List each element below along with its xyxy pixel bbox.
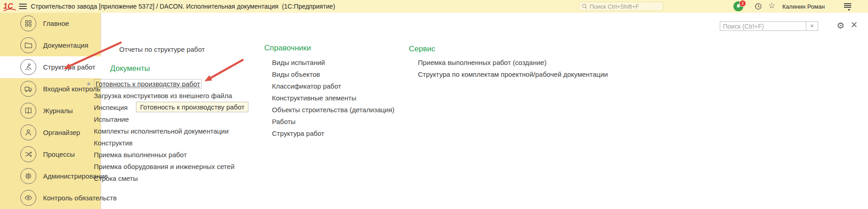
catalog-link-work-structure[interactable]: Структура работ — [272, 129, 325, 137]
notification-badge: 2 — [739, 0, 746, 7]
reports-by-work-structure-link[interactable]: Отчеты по структуре работ — [119, 45, 205, 53]
catalog-link-work-classifier[interactable]: Классификатор работ — [272, 82, 341, 90]
favorite-star-icon[interactable]: ★ — [86, 80, 92, 87]
folder-icon — [20, 37, 36, 53]
sidebar-item-label: Органайзер — [43, 129, 80, 136]
catalog-link-object-types[interactable]: Виды объектов — [272, 70, 320, 78]
list-item: Работы — [272, 115, 394, 127]
sidebar-item-label: Структура работ — [43, 63, 96, 71]
history-icon[interactable] — [754, 2, 763, 11]
list-item: Испытание — [86, 113, 234, 125]
tooltip: Готовность к производству работ — [136, 102, 248, 112]
list-item: Структура работ — [272, 127, 394, 139]
catalog-link-constructive-elements[interactable]: Конструктивные элементы — [272, 94, 356, 102]
sidebar-item-main[interactable]: Главное — [0, 13, 101, 35]
book-icon — [20, 103, 36, 119]
list-item: Виды объектов — [272, 68, 394, 80]
doc-link-equipment-acceptance[interactable]: Приемка оборудования и инженерных сетей — [86, 163, 234, 170]
search-icon — [582, 3, 588, 10]
section-header-service: Сервис — [409, 45, 435, 54]
shuffle-icon — [20, 146, 36, 162]
list-item: Виды испытаний — [272, 56, 394, 68]
sidebar-item-journals[interactable]: Журналы — [0, 100, 101, 122]
truck-icon — [20, 81, 36, 97]
catalog-link-test-types[interactable]: Виды испытаний — [272, 59, 325, 66]
service-link-structure-by-doc-sets[interactable]: Структура по комплектам проектной/рабоче… — [418, 70, 608, 78]
sidebar-item-incoming-control[interactable]: Входной контроль — [0, 78, 101, 100]
list-item: Строка сметы — [86, 172, 234, 184]
section-header-catalogs: Справочники — [264, 44, 311, 53]
list-item: Комплекты исполнительной документации — [86, 125, 234, 137]
1c-logo: 1С — [3, 1, 19, 11]
global-search[interactable] — [579, 2, 663, 11]
topbar: 1С Строительство завода [приложение 5372… — [0, 0, 868, 13]
list-item: Структура по комплектам проектной/рабоче… — [418, 68, 608, 80]
list-item: Приемка выполненных работ (создание) — [418, 56, 608, 68]
list-item: Загрузка конструктивов из внешнего файла — [86, 90, 234, 101]
doc-link-load-constructives[interactable]: Загрузка конструктивов из внешнего файла — [86, 92, 232, 100]
list-item: Объекты строительства (детализация) — [272, 104, 394, 115]
panel-settings-gear-icon[interactable]: ⚙ — [837, 20, 844, 30]
service-list: Приемка выполненных работ (создание) Стр… — [418, 56, 608, 80]
list-item: Приемка выполненных работ — [86, 149, 234, 160]
sidebar-item-documentation[interactable]: Документация — [0, 35, 101, 56]
doc-link-inspection[interactable]: Инспекция — [86, 104, 128, 111]
sidebar-item-label: Контроль обязательств — [43, 194, 116, 202]
sidebar-item-processes[interactable]: Процессы — [0, 143, 101, 165]
doc-link-executive-doc-sets[interactable]: Комплекты исполнительной документации — [86, 127, 228, 135]
doc-link-work-acceptance[interactable]: Приемка выполненных работ — [86, 151, 187, 159]
sidebar-item-obligations-control[interactable]: Контроль обязательств — [0, 187, 101, 209]
panel-close-icon[interactable]: × — [851, 19, 858, 30]
eye-icon — [20, 190, 36, 206]
sidebar-item-administration[interactable]: Администрирование — [0, 165, 101, 187]
sidebar-item-work-structure[interactable]: Структура работ — [0, 56, 101, 78]
1c-logo-swoosh — [3, 9, 17, 11]
global-search-input[interactable] — [590, 3, 658, 10]
list-item: Конструктивные элементы — [272, 92, 394, 104]
sidebar-item-label: Процессы — [43, 150, 75, 158]
grid-icon — [20, 15, 36, 31]
doc-link-readiness-for-work[interactable]: Готовность к производству работ — [94, 79, 202, 89]
person-icon — [20, 124, 36, 140]
doc-link-constructive[interactable]: Конструктив — [86, 139, 132, 147]
main-menu-icon[interactable] — [19, 4, 27, 9]
user-name[interactable]: Калинин Роман — [782, 3, 825, 10]
worker-icon — [20, 59, 36, 75]
list-item: Конструктив — [86, 137, 234, 149]
favorites-star-icon[interactable]: ☆ — [768, 1, 775, 10]
doc-link-testing[interactable]: Испытание — [86, 115, 129, 123]
list-item: Приемка оборудования и инженерных сетей — [86, 160, 234, 172]
catalog-link-construction-objects[interactable]: Объекты строительства (детализация) — [272, 106, 394, 114]
sidebar-item-organizer[interactable]: Органайзер — [0, 121, 101, 143]
panel-search: × — [720, 21, 818, 31]
doc-link-estimate-line[interactable]: Строка сметы — [86, 174, 138, 182]
gear-icon — [20, 168, 36, 184]
list-item: ★ Готовность к производству работ — [86, 78, 234, 90]
section-header-documents: Документы — [110, 64, 150, 73]
clear-search-icon[interactable]: × — [806, 21, 818, 31]
panel-search-input[interactable] — [720, 21, 806, 31]
list-item: Классификатор работ — [272, 80, 394, 92]
app-window: 1С Строительство завода [приложение 5372… — [0, 0, 868, 209]
sidebar-item-label: Документация — [43, 41, 88, 49]
documents-list: ★ Готовность к производству работ Загруз… — [86, 78, 234, 184]
catalogs-list: Виды испытаний Виды объектов Классификат… — [272, 56, 394, 139]
user-menu-icon[interactable] — [844, 3, 851, 10]
service-link-work-acceptance-creation[interactable]: Приемка выполненных работ (создание) — [418, 59, 547, 66]
sidebar-item-label: Журналы — [43, 107, 73, 114]
sidebar-item-label: Главное — [43, 20, 69, 27]
catalog-link-works[interactable]: Работы — [272, 118, 296, 125]
window-title: Строительство завода [приложение 5372] /… — [31, 3, 335, 10]
